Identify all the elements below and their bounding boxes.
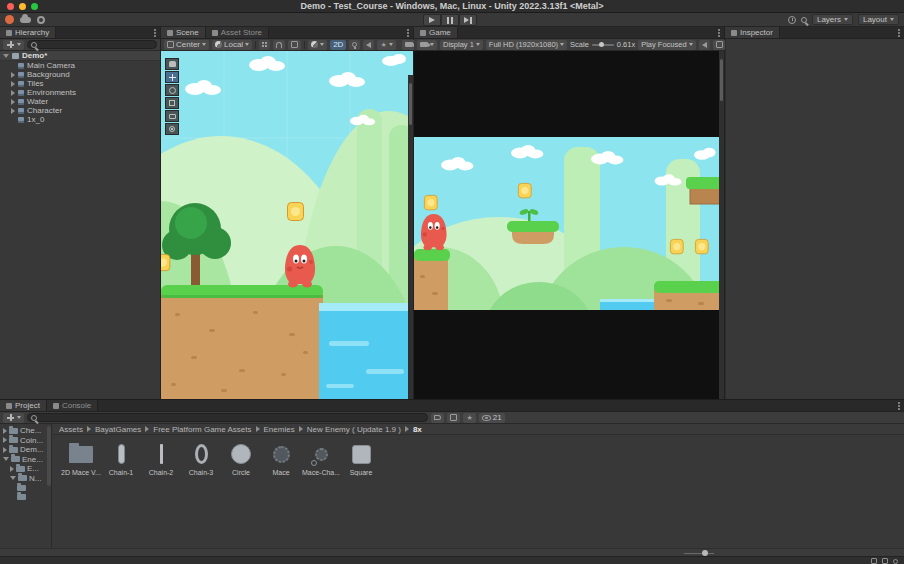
- panel-menu-icon[interactable]: [718, 32, 720, 34]
- snap-settings-button[interactable]: [288, 40, 301, 50]
- hierarchy-item-tiles[interactable]: Tiles: [0, 79, 160, 88]
- hierarchy-item-background[interactable]: Background: [0, 70, 160, 79]
- ground-platform[interactable]: [161, 285, 323, 399]
- step-button[interactable]: [459, 14, 477, 26]
- character-slime[interactable]: [285, 245, 315, 288]
- layers-dropdown[interactable]: Layers: [812, 14, 853, 25]
- scene-render[interactable]: [161, 51, 413, 399]
- panel-menu-icon[interactable]: [898, 32, 900, 34]
- scale-slider[interactable]: [592, 44, 614, 46]
- grid-visibility-button[interactable]: [259, 40, 270, 50]
- pause-button[interactable]: [441, 14, 459, 26]
- shading-mode-dropdown[interactable]: [308, 40, 327, 50]
- folder-row[interactable]: N...: [0, 474, 51, 484]
- expand-arrow-icon[interactable]: [10, 466, 14, 472]
- tab-scene[interactable]: Scene: [161, 27, 206, 38]
- hierarchy-item-1x-0[interactable]: 1x_0: [0, 115, 160, 124]
- coin-sprite[interactable]: [161, 254, 170, 270]
- undo-history-icon[interactable]: [788, 16, 796, 24]
- scene-root-row[interactable]: Demo*: [0, 51, 160, 61]
- breadcrumb-item[interactable]: New Enemy ( Update 1.9 ): [307, 425, 401, 434]
- mute-audio-button[interactable]: [699, 40, 710, 50]
- search-by-type-button[interactable]: [431, 413, 444, 423]
- toggle-2d-button[interactable]: 2D: [330, 40, 346, 50]
- snap-toggle-button[interactable]: [273, 40, 285, 50]
- expand-arrow-icon[interactable]: [11, 90, 15, 96]
- panel-menu-icon[interactable]: [154, 32, 156, 34]
- breadcrumb-item-current[interactable]: 8x: [413, 425, 422, 434]
- folder-row[interactable]: Ene...: [0, 455, 51, 465]
- orientation-dropdown[interactable]: Local: [212, 40, 252, 50]
- folder-row[interactable]: Dem...: [0, 445, 51, 455]
- project-search-input[interactable]: [27, 413, 428, 422]
- tab-console[interactable]: Console: [47, 400, 98, 411]
- breadcrumb-item[interactable]: BayatGames: [95, 425, 141, 434]
- account-avatar[interactable]: [5, 15, 14, 24]
- asset-item[interactable]: Square: [341, 440, 381, 476]
- breadcrumb-item[interactable]: Assets: [59, 425, 83, 434]
- scene-vertical-scrollbar[interactable]: [408, 75, 413, 399]
- transform-tool-button[interactable]: [165, 123, 179, 135]
- favorites-button[interactable]: ★: [463, 413, 475, 423]
- asset-item[interactable]: Circle: [221, 440, 261, 476]
- search-icon[interactable]: [801, 17, 807, 23]
- resolution-dropdown[interactable]: Full HD (1920x1080): [486, 40, 567, 50]
- hidden-packages-button[interactable]: 21: [479, 413, 505, 423]
- expand-arrow-icon[interactable]: [3, 437, 7, 443]
- water[interactable]: [319, 303, 413, 399]
- panel-menu-icon[interactable]: [407, 32, 409, 34]
- thumbnail-size-slider[interactable]: [684, 551, 714, 555]
- display-dropdown[interactable]: Display 1: [440, 40, 483, 50]
- scale-tool-button[interactable]: [165, 97, 179, 109]
- create-asset-button[interactable]: [3, 413, 24, 423]
- create-add-button[interactable]: [3, 40, 24, 50]
- asset-item[interactable]: Chain-3: [181, 440, 221, 476]
- lighting-toggle-button[interactable]: [349, 40, 360, 50]
- hierarchy-search-input[interactable]: [27, 40, 157, 49]
- expand-arrow-icon[interactable]: [3, 428, 7, 434]
- scene-canvas[interactable]: [161, 51, 413, 399]
- asset-item[interactable]: Chain-2: [141, 440, 181, 476]
- asset-item[interactable]: 2D Mace V...: [61, 440, 101, 476]
- hierarchy-item-water[interactable]: Water: [0, 97, 160, 106]
- hierarchy-item-environments[interactable]: Environments: [0, 88, 160, 97]
- hierarchy-item-character[interactable]: Character: [0, 106, 160, 115]
- play-button[interactable]: [423, 14, 441, 26]
- console-warning-icon[interactable]: [882, 558, 888, 564]
- audio-toggle-button[interactable]: [363, 40, 374, 50]
- asset-item[interactable]: Mace: [261, 440, 301, 476]
- effects-dropdown[interactable]: ★: [377, 40, 395, 50]
- panel-menu-icon[interactable]: [898, 405, 900, 407]
- folder-tree-scrollbar[interactable]: [47, 426, 51, 486]
- scale-slider-knob[interactable]: [599, 42, 604, 47]
- cloud-services-icon[interactable]: [20, 17, 31, 23]
- tab-project[interactable]: Project: [0, 400, 47, 411]
- collapse-arrow-icon[interactable]: [10, 476, 16, 480]
- folder-row[interactable]: Che...: [0, 426, 51, 436]
- view-tool-button[interactable]: [165, 58, 179, 70]
- pivot-dropdown[interactable]: Center: [164, 40, 209, 50]
- game-vertical-scrollbar[interactable]: [719, 51, 724, 399]
- asset-item[interactable]: Mace-Cha...: [301, 440, 341, 476]
- game-mode-dropdown[interactable]: [417, 40, 437, 50]
- expand-arrow-icon[interactable]: [3, 447, 7, 453]
- expand-arrow-icon[interactable]: [11, 99, 15, 105]
- tab-game[interactable]: Game: [414, 27, 458, 38]
- folder-row[interactable]: E...: [0, 464, 51, 474]
- settings-gear-icon[interactable]: [37, 16, 45, 24]
- hierarchy-item-main-camera[interactable]: Main Camera: [0, 61, 160, 70]
- tab-hierarchy[interactable]: Hierarchy: [0, 27, 56, 38]
- breadcrumb-item[interactable]: Enemies: [264, 425, 295, 434]
- breadcrumb-item[interactable]: Free Platform Game Assets: [153, 425, 251, 434]
- expand-arrow-icon[interactable]: [11, 72, 15, 78]
- folder-row[interactable]: [0, 483, 51, 493]
- folder-row[interactable]: [0, 493, 51, 503]
- coin-sprite[interactable]: [288, 203, 304, 221]
- layout-dropdown[interactable]: Layout: [858, 14, 899, 25]
- rect-tool-button[interactable]: [165, 110, 179, 122]
- tab-inspector[interactable]: Inspector: [725, 27, 780, 38]
- asset-item[interactable]: Chain-1: [101, 440, 141, 476]
- stats-button[interactable]: [713, 40, 726, 50]
- search-by-label-button[interactable]: [447, 413, 460, 423]
- expand-arrow-icon[interactable]: [11, 81, 15, 87]
